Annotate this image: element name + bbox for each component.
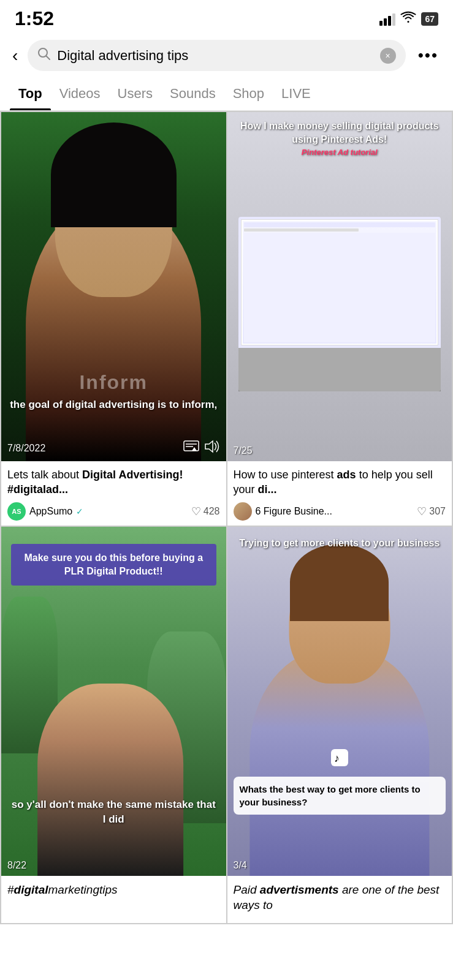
search-icon: [37, 47, 51, 64]
video-2-date: 7/25: [234, 445, 253, 456]
video-1-bottom-bar: 7/8/2022: [1, 435, 226, 461]
verified-icon: ✓: [76, 507, 83, 516]
tab-top[interactable]: Top: [10, 76, 51, 110]
svg-marker-5: [205, 441, 213, 452]
video-1-date: 7/8/2022: [7, 443, 45, 454]
volume-icon: [204, 440, 220, 456]
search-container[interactable]: Digital advertising tips ×: [28, 40, 405, 71]
tab-users[interactable]: Users: [109, 76, 161, 110]
video-1-meta: AS AppSumo ✓ ♡ 428: [7, 502, 220, 521]
tab-videos[interactable]: Videos: [51, 76, 109, 110]
video-1-info: Lets talk about Digital Advertising! #di…: [1, 461, 226, 526]
video-4-date: 3/4: [234, 860, 247, 871]
video-card-4[interactable]: Trying to get more clients to your busin…: [227, 527, 452, 923]
svg-rect-2: [184, 441, 199, 451]
status-time: 1:52: [15, 7, 54, 30]
status-bar: 1:52 67: [0, 0, 453, 35]
tab-shop[interactable]: Shop: [224, 76, 273, 110]
svg-text:♪: ♪: [334, 752, 340, 764]
tab-live[interactable]: LIVE: [273, 76, 319, 110]
tiktok-logo: ♪: [331, 749, 348, 769]
plr-badge: Make sure you do this before buying a PL…: [11, 544, 216, 586]
video-card-2[interactable]: How I make money selling digital product…: [227, 112, 452, 526]
video-2-channel-name: 6 Figure Busine...: [256, 506, 332, 517]
status-icons: 67: [379, 11, 438, 26]
heart-icon-2: ♡: [417, 505, 427, 518]
pinterest-ad-label: Pinterest Ad tutorial: [234, 147, 446, 158]
video-thumb-4: Trying to get more clients to your busin…: [227, 527, 452, 876]
video-2-top-overlay: How I make money selling digital product…: [227, 119, 452, 158]
tabs-row: Top Videos Users Sounds Shop LIVE: [0, 76, 453, 111]
video-4-speech-bubble: Whats the best way to get more clients t…: [234, 777, 446, 815]
wifi-icon: [400, 11, 416, 26]
video-4-title: Paid advertisments are one of the best w…: [234, 882, 446, 913]
video-1-overlay-text: the goal of digital advertising is to in…: [1, 398, 226, 412]
video-card-3[interactable]: Make sure you do this before buying a PL…: [1, 527, 226, 923]
signal-bars-icon: [379, 12, 395, 26]
svg-line-1: [47, 56, 50, 60]
video-2-title: How to use pinterest ads to help you sel…: [234, 467, 446, 497]
battery-icon: 67: [421, 12, 438, 26]
video-4-bottom-bar: 3/4: [227, 855, 452, 876]
more-options-button[interactable]: •••: [413, 43, 443, 67]
video-2-likes: ♡ 307: [417, 505, 446, 518]
video-card-1[interactable]: Inform the goal of digital advertising i…: [1, 112, 226, 526]
caption-icon: [183, 440, 199, 456]
search-bar-row: ‹ Digital advertising tips × •••: [0, 35, 453, 76]
video-3-info: #digitalmarketingtips: [1, 876, 226, 908]
video-4-top-text: Trying to get more clients to your busin…: [227, 537, 452, 550]
video-1-channel: AS AppSumo ✓: [7, 502, 83, 521]
appsumo-avatar: AS: [7, 502, 26, 521]
video-1-channel-name: AppSumo: [29, 506, 72, 517]
video-2-meta: 6 Figure Busine... ♡ 307: [234, 502, 446, 521]
video-3-bottom-bar: 8/22: [1, 855, 226, 876]
heart-icon: ♡: [191, 505, 201, 518]
back-button[interactable]: ‹: [10, 43, 20, 68]
video-thumb-3: Make sure you do this before buying a PL…: [1, 527, 226, 876]
video-2-channel: 6 Figure Busine...: [234, 502, 332, 521]
video-3-date: 8/22: [7, 860, 26, 871]
video-1-likes: ♡ 428: [191, 505, 220, 518]
video-thumb-1: Inform the goal of digital advertising i…: [1, 112, 226, 461]
video-3-overlay: so y'all don't make the same mistake tha…: [1, 797, 226, 827]
search-query-text: Digital advertising tips: [57, 48, 373, 64]
video-1-title: Lets talk about Digital Advertising! #di…: [7, 467, 220, 497]
video-4-info: Paid advertisments are one of the best w…: [227, 876, 452, 923]
video-2-info: How to use pinterest ads to help you sel…: [227, 461, 452, 526]
person-silhouette-3: [37, 684, 183, 876]
video-2-bottom-bar: 7/25: [227, 440, 452, 461]
video-grid: Inform the goal of digital advertising i…: [0, 111, 453, 924]
figure-avatar: [234, 502, 252, 521]
video-3-title: #digitalmarketingtips: [7, 882, 220, 898]
video-thumb-2: How I make money selling digital product…: [227, 112, 452, 461]
clear-search-button[interactable]: ×: [380, 48, 396, 64]
tab-sounds[interactable]: Sounds: [161, 76, 224, 110]
